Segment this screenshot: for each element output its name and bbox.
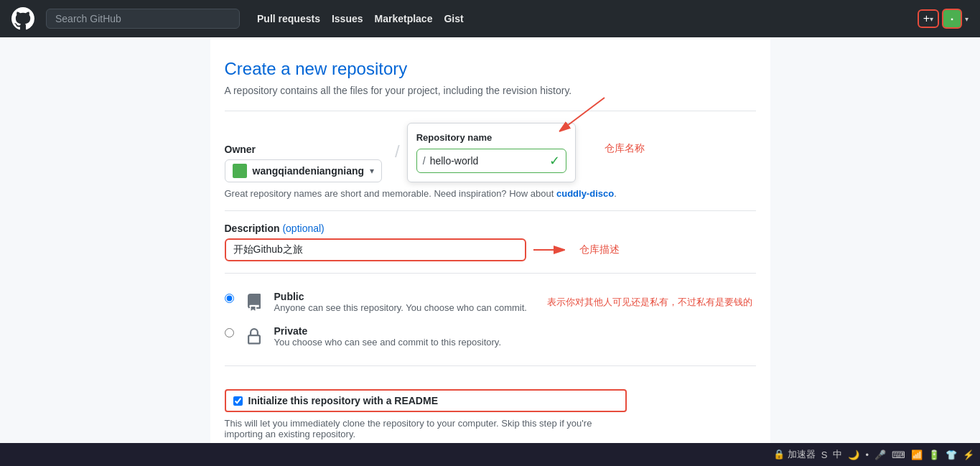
- public-option: Public Anyone can see this repository. Y…: [225, 285, 756, 320]
- new-repo-button[interactable]: + ▾: [918, 9, 939, 28]
- description-section: Description (optional) 仓库描述: [225, 223, 756, 261]
- repo-name-field: / ✓: [416, 149, 566, 173]
- repo-name-arrow: [547, 94, 633, 137]
- init-readme-label[interactable]: Initialize this repository with a README: [248, 395, 438, 406]
- avatar-chevron: ▾: [965, 15, 969, 23]
- page-title: Create a new repository: [225, 59, 756, 79]
- taskbar-power-icon: ⚡: [963, 449, 974, 460]
- slash-separator: /: [395, 141, 400, 164]
- owner-name: wangqiandeniangniang: [253, 165, 365, 177]
- repo-hint: Great repository names are short and mem…: [225, 188, 756, 199]
- description-label: Description (optional): [225, 223, 756, 234]
- divider-2: [225, 210, 756, 211]
- desc-annotation-area: 仓库描述: [533, 239, 620, 261]
- owner-section: Owner wangqiandeniangniang ▾: [225, 144, 383, 182]
- owner-avatar-icon: [233, 164, 247, 178]
- nav-pull-requests[interactable]: Pull requests: [257, 13, 320, 24]
- taskbar-battery-icon: 🔋: [928, 449, 940, 460]
- user-avatar-button[interactable]: ▪: [942, 9, 962, 29]
- divider-3: [225, 273, 756, 274]
- desc-arrow: [533, 239, 577, 261]
- repo-name-input[interactable]: [430, 155, 545, 167]
- repo-hint-link[interactable]: cuddly-disco: [556, 188, 614, 199]
- svg-line-0: [561, 98, 605, 130]
- visibility-section: Public Anyone can see this repository. Y…: [225, 285, 756, 354]
- taskbar-zh-icon: 中: [833, 448, 842, 461]
- taskbar-wifi-icon: 📶: [911, 449, 923, 460]
- public-icon: [243, 291, 266, 314]
- page-subtitle: A repository contains all the files for …: [225, 85, 756, 96]
- slash-icon: /: [423, 155, 426, 167]
- section-divider: [225, 111, 756, 111]
- public-radio[interactable]: [225, 294, 234, 303]
- main-content: Create a new repository A repository con…: [210, 37, 770, 466]
- taskbar-shirt-icon: 👕: [946, 449, 957, 460]
- private-text: Private You choose who can see and commi…: [274, 325, 502, 348]
- github-logo[interactable]: [11, 7, 34, 30]
- owner-label: Owner: [225, 144, 383, 155]
- nav-issues[interactable]: Issues: [332, 13, 363, 24]
- public-text: Public Anyone can see this repository. Y…: [274, 291, 527, 313]
- private-radio[interactable]: [225, 328, 234, 337]
- description-input[interactable]: [225, 238, 526, 261]
- nav-gist[interactable]: Gist: [444, 13, 463, 24]
- repo-name-annotation: 仓库名称: [605, 142, 645, 155]
- navbar: Pull requests Issues Marketplace Gist + …: [0, 0, 980, 37]
- taskbar-icons: 🔒 加速器 S 中 🌙 • 🎤 ⌨ 📶 🔋 👕 ⚡: [773, 448, 974, 461]
- taskbar-dot-icon: •: [865, 449, 869, 460]
- taskbar-accelerator-icon: 🔒 加速器: [773, 448, 816, 461]
- navbar-links: Pull requests Issues Marketplace Gist: [257, 13, 906, 24]
- init-readme-row: Initialize this repository with a README: [225, 389, 627, 412]
- private-option: Private You choose who can see and commi…: [225, 320, 756, 354]
- repo-name-section: Repository name / ✓: [407, 123, 576, 182]
- navbar-actions: + ▾ ▪ ▾: [918, 9, 969, 29]
- search-input[interactable]: [46, 9, 240, 29]
- repo-name-popup-label: Repository name: [416, 132, 566, 143]
- owner-chevron-icon: ▾: [370, 166, 374, 176]
- private-icon: [243, 325, 266, 348]
- taskbar-moon-icon: 🌙: [848, 449, 859, 460]
- desc-annotation: 仓库描述: [579, 243, 620, 256]
- divider-4: [225, 365, 756, 366]
- nav-marketplace[interactable]: Marketplace: [375, 13, 433, 24]
- taskbar-keyboard-icon: ⌨: [892, 449, 905, 460]
- plus-icon: +: [923, 12, 930, 25]
- taskbar-s-icon: S: [821, 449, 828, 460]
- taskbar-mic-icon: 🎤: [874, 449, 886, 460]
- init-readme-checkbox[interactable]: [233, 396, 243, 406]
- init-desc: This will let you immediately clone the …: [225, 418, 627, 439]
- valid-check-icon: ✓: [549, 153, 560, 169]
- chevron-down-icon: ▾: [930, 15, 933, 23]
- taskbar: 🔒 加速器 S 中 🌙 • 🎤 ⌨ 📶 🔋 👕 ⚡: [0, 443, 980, 466]
- visibility-annotation: 表示你对其他人可见还是私有，不过私有是要钱的: [547, 296, 752, 309]
- owner-select[interactable]: wangqiandeniangniang ▾: [225, 159, 383, 182]
